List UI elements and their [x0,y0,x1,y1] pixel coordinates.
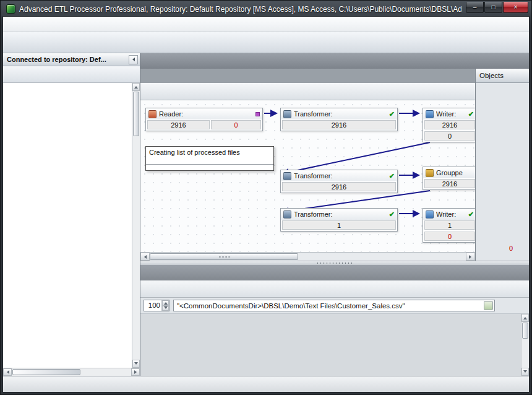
stepper-down-icon[interactable] [162,306,169,311]
reader-node-label: Reader: [159,110,183,118]
reader-node[interactable]: Reader: 2916 0 [145,108,263,131]
scroll-up-icon[interactable] [132,83,140,91]
minimize-button[interactable]: – [466,2,484,13]
scroll-down-icon[interactable] [132,360,140,368]
diagram-canvas[interactable]: Reader: 2916 0 [140,100,475,252]
scrollbar-thumb[interactable] [150,253,298,260]
transformer-node-header: Transformer: ✔ [281,209,397,220]
view-tabs [140,69,475,83]
reader-error-count: 0 [211,120,261,129]
document-tabs [140,53,529,69]
scrollbar-thumb[interactable] [133,92,139,136]
transformer-icon [283,172,291,180]
scroll-right-icon[interactable] [466,253,475,261]
writer-node-values: 0 [423,131,475,142]
success-check-icon: ✔ [389,110,395,118]
tree-horizontal-scrollbar[interactable] [3,368,140,376]
transformer-node-values: 2916 [281,119,397,131]
browse-icon[interactable] [484,301,493,310]
scroll-down-icon[interactable] [521,368,529,376]
bottom-panel: 100 "<CommonDocumentsDir>\DBSL\Demo\Text… [140,266,529,376]
objects-panel: Objects 0 [476,69,529,261]
transformer-count: 1 [282,220,396,230]
reader-node-values: 2916 0 [146,119,262,131]
grouper-count: 2916 [424,179,475,188]
data-grid-host [140,314,521,376]
diagram-toolbar [140,83,475,100]
repository-tree-wrap [3,83,140,368]
stray-error-count: 0 [509,245,513,252]
success-check-icon: ✔ [468,211,474,219]
title-bar[interactable]: Advanced ETL Processor Professional, Rep… [2,1,530,16]
writer-node-header: Writer: ✔ [423,209,475,220]
grip-dots-icon [218,256,230,258]
scrollbar-thumb[interactable] [522,323,528,339]
transformer-icon [283,211,291,219]
transformer-node-values: 2916 [281,181,397,193]
running-indicator-icon [255,112,260,116]
objects-panel-header: Objects [476,69,529,83]
diagram-horizontal-scrollbar[interactable] [140,252,475,261]
scroll-left-icon[interactable] [3,368,12,376]
writer-node-values: 1 [423,220,475,231]
record-row: 100 "<CommonDocumentsDir>\DBSL\Demo\Text… [140,298,529,314]
grouper-node-header: Grouppe [423,167,475,178]
transformer-node-3[interactable]: Transformer: ✔ 1 [280,208,398,232]
grouper-icon [426,169,434,177]
writer-icon [426,110,434,118]
record-number-value[interactable]: 100 [144,300,161,311]
writer-processed-count: 2916 [424,120,475,129]
transformer-node-label: Transformer: [294,211,333,218]
stepper-up-icon[interactable] [162,300,169,306]
maximize-button[interactable]: □ [484,2,502,13]
repository-tree[interactable] [3,83,132,368]
reader-icon [148,110,157,118]
status-bar [3,376,529,392]
transformer-node-header: Transformer: ✔ [281,108,397,119]
file-path-field[interactable]: "<CommonDocumentsDir>\DBSL\Demo\Text Fil… [173,300,495,311]
scrollbar-thumb[interactable] [12,369,80,375]
main-toolbar [3,32,529,53]
writer-node-2[interactable]: Writer: ✔ 1 0 [423,208,475,243]
file-path-value: "<CommonDocumentsDir>\DBSL\Demo\Text Fil… [177,302,484,310]
transformer-count: 2916 [282,120,396,129]
sidebar-header: Connected to repository: Def... [3,53,140,66]
tree-vertical-scrollbar[interactable] [132,83,140,368]
writer-node-label: Writer: [436,110,456,118]
writer-node-1[interactable]: Writer: ✔ 2916 0 [423,108,475,142]
grouper-node-values: 2916 [423,178,475,189]
transformer-node-label: Transformer: [294,110,333,118]
sidebar-header-label: Connected to repository: Def... [7,56,106,63]
writer-processed-count: 1 [424,220,475,230]
record-number-stepper[interactable]: 100 [144,300,169,311]
panel-splitter[interactable] [140,261,529,266]
transformer-node-2[interactable]: Transformer: ✔ 2916 [280,170,398,193]
scroll-right-icon[interactable] [131,368,140,376]
app-window: Advanced ETL Processor Professional, Rep… [0,0,532,395]
success-check-icon: ✔ [389,211,395,219]
grouper-node-label: Grouppe [436,169,463,176]
note-text: Creating list of processed files [149,149,240,156]
repository-sidebar: Connected to repository: Def... [3,53,140,376]
bottom-tabs [140,266,529,280]
data-grid-area [140,314,529,376]
window-controls: – □ × [465,2,528,13]
transformer-node-values: 1 [281,220,397,231]
splitter-grip-icon [316,262,353,264]
scroll-left-icon[interactable] [140,253,150,261]
writer-error-count: 0 [424,232,475,241]
app-frame: Connected to repository: Def... [2,16,530,393]
close-button[interactable]: × [503,2,528,13]
app-icon [6,4,15,14]
note-node[interactable]: Creating list of processed files [145,146,274,171]
content-area: Reader: 2916 0 [140,53,529,376]
grouper-node[interactable]: Grouppe 2916 [423,167,475,190]
sidebar-collapse-button[interactable] [129,55,138,64]
writer-icon [426,211,434,219]
stepper-buttons [161,300,169,311]
transformer-node-1[interactable]: Transformer: ✔ 2916 [280,108,398,131]
writer-node-values: 0 [423,231,475,242]
scroll-up-icon[interactable] [521,314,529,322]
sidebar-toolbar [3,66,140,83]
grid-vertical-scrollbar[interactable] [521,314,529,376]
